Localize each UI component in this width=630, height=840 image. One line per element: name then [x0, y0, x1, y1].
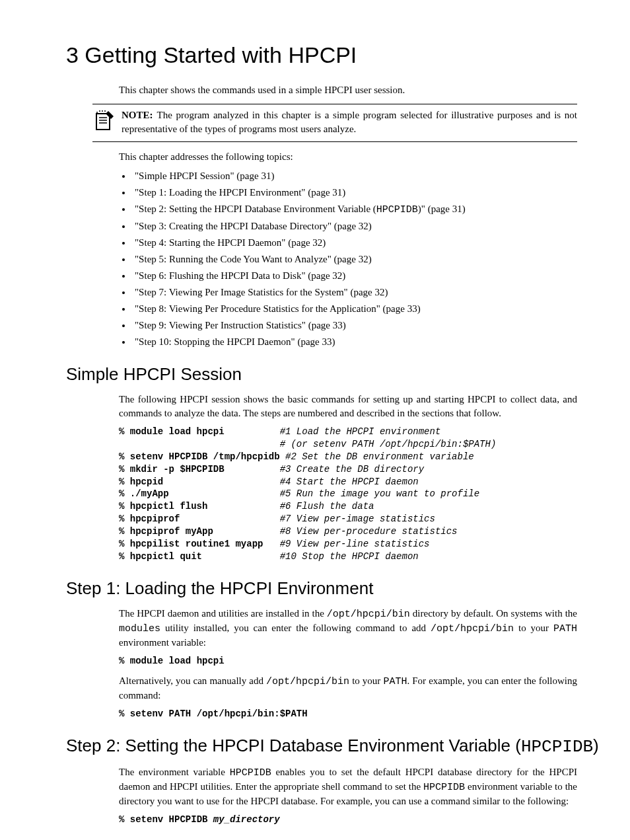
step2-paragraph: The environment variable HPCPIDB enables…: [119, 765, 577, 808]
step1-code-1: % module load hpcpi: [119, 655, 577, 668]
svg-point-7: [104, 110, 106, 112]
toc-item: "Step 5: Running the Code You Want to An…: [132, 252, 577, 266]
toc-link[interactable]: "Step 5: Running the Code You Want to An…: [135, 254, 372, 264]
step2-code: % setenv HPCPIDB my_directory: [119, 814, 577, 826]
toc-item: "Step 6: Flushing the HPCPI Data to Disk…: [132, 269, 577, 283]
toc-link[interactable]: "Step 4: Starting the HPCPI Daemon" (pag…: [135, 237, 326, 248]
chapter-title: 3 Getting Started with HPCPI: [66, 40, 604, 71]
toc-link[interactable]: "Step 9: Viewing Per Instruction Statist…: [135, 320, 346, 330]
note-text: NOTE:The program analyzed in this chapte…: [122, 108, 577, 136]
toc-item: "Step 9: Viewing Per Instruction Statist…: [132, 319, 577, 332]
toc-link[interactable]: "Step 1: Loading the HPCPI Environment" …: [135, 187, 345, 198]
note-box: NOTE:The program analyzed in this chapte…: [92, 104, 577, 142]
toc-item: "Simple HPCPI Session" (page 31): [132, 169, 577, 183]
toc-item: "Step 3: Creating the HPCPI Database Dir…: [132, 219, 577, 233]
section-title-step2: Step 2: Setting the HPCPI Database Envir…: [66, 734, 604, 759]
toc-link[interactable]: "Step 10: Stopping the HPCPI Daemon" (pa…: [135, 336, 335, 347]
step1-code-2: % setenv PATH /opt/hpcpi/bin:$PATH: [119, 708, 577, 720]
section-title-step1: Step 1: Loading the HPCPI Environment: [66, 576, 604, 600]
note-label: NOTE:: [122, 110, 153, 120]
toc-link[interactable]: "Step 8: Viewing Per Procedure Statistic…: [135, 303, 421, 314]
svg-point-4: [96, 112, 98, 113]
toc-link[interactable]: "Step 2: Setting the HPCPI Database Envi…: [135, 204, 466, 214]
toc-item: "Step 2: Setting the HPCPI Database Envi…: [132, 202, 577, 217]
session-code-block: % module load hpcpi #1 Load the HPCPI en…: [119, 426, 577, 563]
note-icon: [92, 108, 116, 132]
toc-item: "Step 10: Stopping the HPCPI Daemon" (pa…: [132, 335, 577, 349]
toc-list: "Simple HPCPI Session" (page 31) "Step 1…: [132, 169, 577, 349]
toc-link[interactable]: "Simple HPCPI Session" (page 31): [135, 171, 274, 181]
toc-item: "Step 4: Starting the HPCPI Daemon" (pag…: [132, 236, 577, 250]
note-body: The program analyzed in this chapter is …: [122, 110, 577, 134]
toc-link[interactable]: "Step 3: Creating the HPCPI Database Dir…: [135, 221, 372, 231]
step1-paragraph-2: Alternatively, you can manually add /opt…: [119, 674, 577, 703]
svg-rect-0: [96, 114, 110, 130]
toc-item: "Step 7: Viewing Per Image Statistics fo…: [132, 286, 577, 299]
step1-paragraph-1: The HPCPI daemon and utilities are insta…: [119, 607, 577, 650]
intro-paragraph: This chapter shows the commands used in …: [119, 83, 577, 97]
svg-point-6: [102, 110, 103, 112]
session-paragraph: The following HPCPI session shows the ba…: [119, 393, 577, 420]
toc-link[interactable]: "Step 7: Viewing Per Image Statistics fo…: [135, 287, 388, 297]
svg-point-5: [99, 110, 100, 112]
toc-link[interactable]: "Step 6: Flushing the HPCPI Data to Disk…: [135, 270, 345, 281]
toc-item: "Step 8: Viewing Per Procedure Statistic…: [132, 302, 577, 316]
section-title-session: Simple HPCPI Session: [66, 362, 604, 386]
toc-lead: This chapter addresses the following top…: [119, 150, 577, 164]
toc-item: "Step 1: Loading the HPCPI Environment" …: [132, 186, 577, 200]
